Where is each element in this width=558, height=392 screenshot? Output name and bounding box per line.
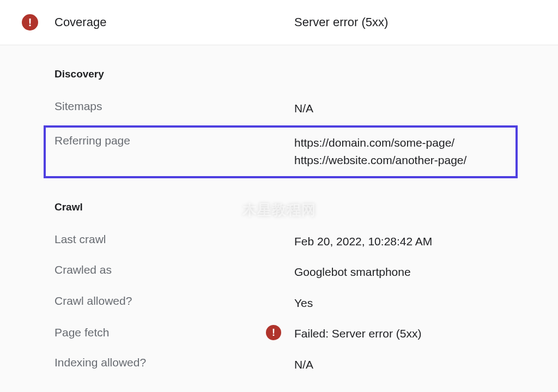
indexing-allowed-label: Indexing allowed? — [54, 356, 294, 369]
last-crawl-label: Last crawl — [54, 233, 294, 246]
indexing-allowed-value: N/A — [294, 356, 313, 374]
crawled-as-row: Crawled as Googlebot smartphone — [54, 257, 558, 288]
sitemaps-row: Sitemaps N/A — [54, 93, 558, 124]
discovery-section: Discovery Sitemaps N/A Referring page ht… — [0, 68, 558, 178]
discovery-title: Discovery — [54, 68, 558, 80]
error-icon: ! — [266, 325, 281, 340]
crawl-title: Crawl — [54, 201, 558, 213]
crawl-allowed-value: Yes — [294, 294, 313, 312]
referring-page-label: Referring page — [54, 134, 294, 147]
referring-page-row: Referring page https://domain.com/some-p… — [54, 132, 509, 172]
referring-page-highlight: Referring page https://domain.com/some-p… — [44, 125, 518, 178]
sitemaps-label: Sitemaps — [54, 100, 294, 113]
error-icon: ! — [22, 14, 38, 31]
coverage-label: Coverage — [54, 15, 106, 29]
page-fetch-value: Failed: Server error (5xx) — [294, 325, 421, 343]
referring-url-2: https://website.com/another-page/ — [294, 152, 466, 170]
sitemaps-value: N/A — [294, 100, 313, 118]
crawled-as-value: Googlebot smartphone — [294, 263, 411, 281]
coverage-header: ! Coverage Server error (5xx) — [0, 0, 558, 45]
coverage-value: Server error (5xx) — [294, 15, 388, 29]
crawl-allowed-label: Crawl allowed? — [54, 294, 294, 307]
referring-url-1: https://domain.com/some-page/ — [294, 134, 466, 152]
crawl-allowed-row: Crawl allowed? Yes — [54, 288, 558, 319]
last-crawl-row: Last crawl Feb 20, 2022, 10:28:42 AM — [54, 226, 558, 257]
page-fetch-row: Page fetch ! Failed: Server error (5xx) — [54, 318, 558, 349]
page-fetch-label-text: Page fetch — [54, 326, 109, 339]
crawl-section: Crawl Last crawl Feb 20, 2022, 10:28:42 … — [0, 201, 558, 381]
last-crawl-value: Feb 20, 2022, 10:28:42 AM — [294, 233, 432, 251]
page-fetch-label: Page fetch ! — [54, 325, 294, 340]
crawled-as-label: Crawled as — [54, 263, 294, 276]
indexing-allowed-row: Indexing allowed? N/A — [54, 349, 558, 381]
coverage-header-left: ! Coverage — [22, 14, 294, 31]
referring-page-value: https://domain.com/some-page/ https://we… — [294, 134, 466, 170]
